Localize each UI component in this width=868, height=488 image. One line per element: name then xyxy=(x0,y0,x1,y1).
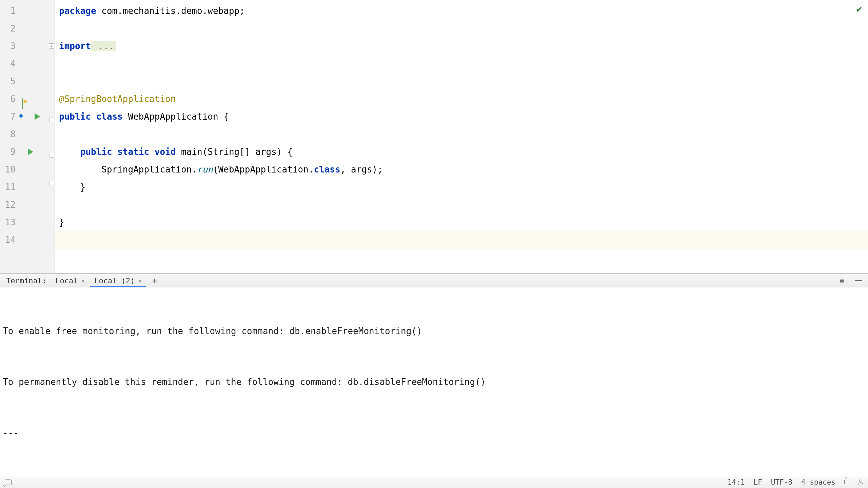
line-number[interactable]: 1 xyxy=(0,2,20,20)
line-number[interactable]: 7 xyxy=(0,108,20,125)
annotation: @SpringBootApplication xyxy=(59,94,176,104)
terminal-tab-bar: Terminal: Local ✕ Local (2) ✕ + xyxy=(0,274,868,287)
terminal-tab[interactable]: Local (2) ✕ xyxy=(90,274,146,287)
line-number[interactable]: 9 xyxy=(0,143,20,161)
line-number[interactable]: 6 xyxy=(0,90,20,108)
line-number[interactable]: 5 xyxy=(0,73,20,90)
keyword-package: package xyxy=(59,6,96,16)
gutter-icons: + xyxy=(20,0,55,273)
close-brace: } xyxy=(59,217,64,227)
line-number[interactable]: 8 xyxy=(0,125,20,143)
cursor-position[interactable]: 14:1 xyxy=(728,478,745,486)
line-number[interactable]: 10 xyxy=(0,161,20,178)
keyword-void: void xyxy=(155,147,176,157)
code-text: SpringApplication. xyxy=(59,164,197,175)
gutter-line-numbers: 1 2 3 4 5 6 7 8 9 10 11 12 13 14 xyxy=(0,0,20,273)
code-text: , args); xyxy=(340,164,383,175)
close-icon[interactable]: ✕ xyxy=(138,277,142,284)
line-number[interactable]: 11 xyxy=(0,178,20,196)
keyword-public: public xyxy=(80,147,112,157)
line-number[interactable]: 3 xyxy=(0,37,20,55)
lock-icon[interactable] xyxy=(844,480,849,484)
event-log-icon[interactable] xyxy=(5,480,12,485)
line-number[interactable]: 4 xyxy=(0,55,20,73)
minimize-icon[interactable] xyxy=(855,280,862,281)
file-encoding[interactable]: UTF-8 xyxy=(771,478,792,486)
keyword-public: public xyxy=(59,111,91,122)
close-icon[interactable]: ✕ xyxy=(81,277,85,284)
code-editor[interactable]: package com.mechanitis.demo.webapp; impo… xyxy=(55,0,868,273)
line-separator[interactable]: LF xyxy=(753,478,762,486)
inspection-ok-icon[interactable]: ✔ xyxy=(856,3,862,15)
add-terminal-icon[interactable]: + xyxy=(147,276,162,286)
gear-icon[interactable] xyxy=(838,277,846,284)
terminal-panel: Terminal: Local ✕ Local (2) ✕ + To enabl… xyxy=(0,274,868,476)
run-method-icon[interactable] xyxy=(28,148,33,155)
terminal-line: To permanently disable this reminder, ru… xyxy=(3,373,865,390)
terminal-tab-label: Local xyxy=(55,277,78,285)
line-number[interactable]: 2 xyxy=(0,20,20,37)
close-brace: } xyxy=(59,182,85,192)
method-signature: main(String[] args) { xyxy=(176,147,292,157)
fold-collapse-icon[interactable] xyxy=(50,153,54,158)
class-reference: class xyxy=(314,164,340,175)
run-class-icon[interactable] xyxy=(35,113,40,120)
status-bar: 14:1 LF UTF-8 4 spaces xyxy=(0,476,868,488)
terminal-label: Terminal: xyxy=(3,277,50,285)
keyword-import: import xyxy=(59,41,91,51)
static-method: run xyxy=(197,164,213,175)
fold-collapse-icon[interactable] xyxy=(50,118,54,122)
terminal-tab[interactable]: Local ✕ xyxy=(51,274,89,287)
inspector-icon[interactable] xyxy=(858,480,863,485)
keyword-class: class xyxy=(96,111,123,122)
terminal-line: --- xyxy=(3,424,865,441)
line-number[interactable]: 13 xyxy=(0,214,20,231)
terminal-content[interactable]: To enable free monitoring, run the follo… xyxy=(0,287,868,476)
fold-placeholder[interactable]: ... xyxy=(91,41,116,51)
terminal-line: To enable free monitoring, run the follo… xyxy=(3,323,865,340)
indent-setting[interactable]: 4 spaces xyxy=(801,478,835,486)
line-number[interactable]: 12 xyxy=(0,196,20,214)
terminal-tab-label: Local (2) xyxy=(94,277,135,285)
line-number[interactable]: 14 xyxy=(0,231,20,249)
code-text: (WebAppApplication. xyxy=(213,164,314,175)
fold-collapse-icon[interactable] xyxy=(50,181,54,185)
fold-expand-icon[interactable]: + xyxy=(49,43,54,49)
package-name: com.mechanitis.demo.webapp; xyxy=(96,6,245,16)
editor-area: 1 2 3 4 5 6 7 8 9 10 11 12 13 14 + xyxy=(0,0,868,273)
keyword-static: static xyxy=(117,147,149,157)
cursor-line[interactable] xyxy=(55,231,868,249)
class-declaration: WebAppApplication { xyxy=(123,111,229,122)
